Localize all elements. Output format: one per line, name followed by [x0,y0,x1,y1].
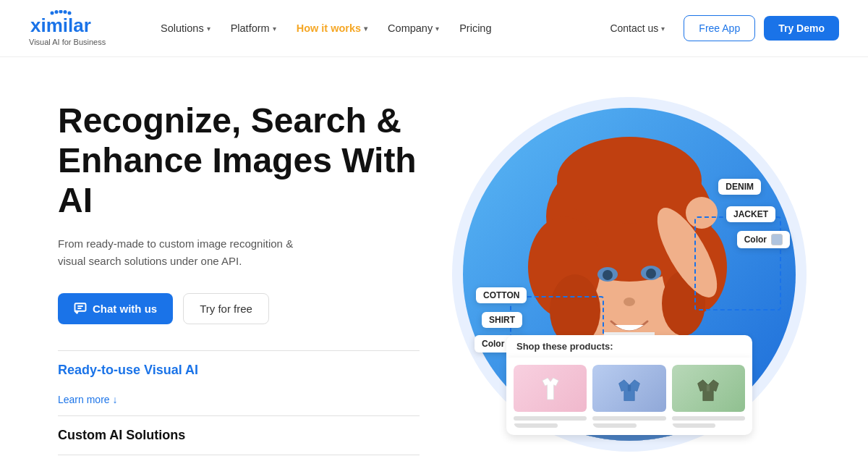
product-card-1[interactable] [514,365,587,428]
logo-svg: ximilar [29,10,130,36]
hero-visual: DENIM JACKET Color COTTON SHIRT Color [456,101,803,448]
hero-title: Recognize, Search & Enhance Images With … [58,101,420,221]
tag-color-1: Color [737,231,790,248]
header-actions: Contact us ▾ Free App Try Demo [600,15,839,41]
tag-denim: DENIM [718,179,761,195]
product-card-1-image [514,365,587,412]
jacket2-icon [695,376,721,402]
product-card-3-bar2 [672,423,716,428]
free-app-button[interactable]: Free App [684,15,755,41]
chat-with-us-button[interactable]: Chat with us [58,293,173,324]
try-demo-button[interactable]: Try Demo [764,16,839,41]
hero-left: Recognize, Search & Enhance Images With … [58,86,420,456]
accordion-body-1: Learn more ↓ [58,394,420,415]
shirt-icon [540,374,561,403]
svg-rect-6 [75,303,86,311]
tag-shirt: SHIRT [482,312,522,328]
hero-section: Recognize, Search & Enhance Images With … [0,57,868,455]
nav-company[interactable]: Company ▾ [379,17,448,40]
contact-chevron: ▾ [661,25,665,33]
accordion-item-1: Ready-to-use Visual AI Learn more ↓ [58,351,420,416]
product-card-3-bar1 [672,416,745,421]
hero-accordion: Ready-to-use Visual AI Learn more ↓ Cust… [58,350,420,456]
product-card-2[interactable] [592,365,665,428]
product-card-3[interactable] [672,365,745,428]
tag-jacket: JACKET [726,206,775,222]
hero-subtitle: From ready-made to custom image recognit… [58,235,318,270]
color-swatch-1 [771,234,783,245]
nav-solutions[interactable]: Solutions ▾ [152,17,219,40]
nav-pricing[interactable]: Pricing [451,17,500,40]
down-arrow-icon: ↓ [113,394,118,405]
product-card-2-bar1 [592,416,665,421]
chat-icon [74,302,87,315]
svg-point-21 [603,270,613,280]
logo-subtitle: Visual AI for Business [29,38,130,46]
accordion-header-1[interactable]: Ready-to-use Visual AI [58,351,420,389]
contact-us-button[interactable]: Contact us ▾ [600,17,675,40]
product-card-2-image [592,365,665,412]
product-card-1-bar1 [514,416,587,421]
solutions-chevron: ▾ [207,25,210,33]
svg-point-22 [646,269,656,279]
svg-point-1 [55,10,59,14]
svg-point-23 [624,297,635,306]
hero-buttons: Chat with us Try for free [58,293,420,324]
jacket-icon [616,376,642,402]
main-nav: Solutions ▾ Platform ▾ How it works ▾ Co… [152,17,600,40]
svg-point-18 [557,137,702,224]
product-cards [506,358,752,435]
product-card-2-bar2 [592,423,637,428]
shop-label: Shop these products: [506,335,752,358]
learn-more-link[interactable]: Learn more ↓ [58,394,420,405]
svg-text:ximilar: ximilar [30,14,91,36]
product-cards-section: Shop these products: [506,335,752,435]
nav-platform[interactable]: Platform ▾ [222,17,285,40]
header: ximilar Visual AI for Business Solutions… [0,0,868,57]
nav-how-it-works[interactable]: How it works ▾ [288,17,376,40]
hero-right: DENIM JACKET Color COTTON SHIRT Color [420,86,839,456]
company-chevron: ▾ [435,25,439,33]
accordion-item-2: Custom AI Solutions [58,416,420,455]
product-card-1-bar2 [514,423,558,428]
try-for-free-button[interactable]: Try for free [183,293,269,324]
svg-point-25 [686,197,718,229]
logo: ximilar Visual AI for Business [29,10,130,46]
accordion-header-2[interactable]: Custom AI Solutions [58,416,420,455]
platform-chevron: ▾ [273,25,276,33]
tag-cotton: COTTON [476,287,527,303]
svg-point-3 [64,10,67,14]
how-it-works-chevron: ▾ [364,25,367,33]
svg-point-2 [59,10,63,14]
product-card-3-image [672,365,745,412]
